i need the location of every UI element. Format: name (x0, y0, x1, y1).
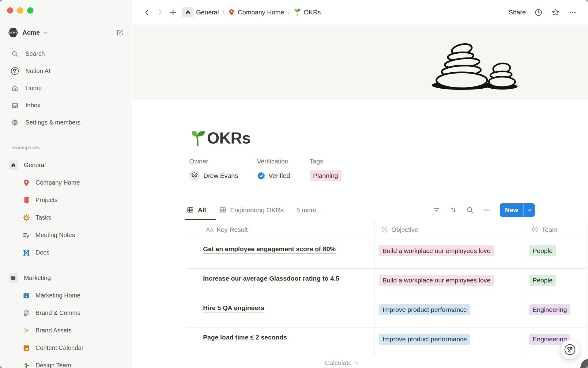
teamspaces-heading: Teamspaces (10, 145, 40, 151)
updates-clock-icon[interactable] (534, 8, 543, 17)
page-label: Content Calendar (36, 344, 84, 351)
sidebar-item-search[interactable]: Search (0, 45, 132, 62)
table-row: Page load time ≤ 2 seconds Improve produ… (187, 328, 586, 357)
breadcrumb-company-home[interactable]: Company Home (228, 9, 284, 16)
pin-icon (22, 179, 31, 187)
objective-cell[interactable]: Build a workplace our employees love (375, 269, 525, 298)
herb-icon (22, 362, 31, 368)
sidebar-item-marketing-home[interactable]: Marketing Home (0, 287, 132, 304)
breadcrumb-separator: / (288, 9, 290, 16)
verification-value[interactable]: Verified (257, 170, 290, 182)
sidebar-item-label: Inbox (25, 102, 40, 109)
property-label: Tags (310, 158, 341, 165)
filter-icon[interactable] (432, 206, 440, 214)
sidebar-item-label: Notion AI (25, 67, 50, 75)
clapperboard-blue-icon (22, 292, 31, 300)
new-button[interactable]: New (500, 203, 535, 217)
new-page-icon[interactable] (116, 29, 124, 36)
workspace-switcher[interactable]: ACME Acme (8, 27, 124, 38)
property-tags: Tags Planning (310, 158, 341, 182)
team-cell[interactable]: Engineering (525, 298, 586, 327)
share-button[interactable]: Share (509, 9, 526, 16)
search-icon (10, 50, 19, 58)
sidebar-item-content-calendar[interactable]: Content Calendar (0, 339, 132, 357)
objective-cell[interactable]: Improve product performance (375, 298, 525, 327)
team-tag: People (529, 245, 556, 256)
tag-planning: Planning (310, 170, 341, 181)
sidebar-item-home[interactable]: Home (0, 79, 132, 97)
page-label: Meeting Notes (36, 232, 75, 239)
calculate-button[interactable]: Calculate (325, 359, 359, 366)
sidebar-item-projects[interactable]: Projects (0, 191, 132, 209)
table-icon (187, 206, 194, 214)
favorite-star-icon[interactable] (551, 8, 560, 17)
column-header-team[interactable]: Team (525, 220, 586, 239)
team-cell[interactable]: People (525, 239, 586, 268)
sidebar-item-company-home[interactable]: Company Home (0, 174, 132, 191)
sidebar-item-meeting-notes[interactable]: Meeting Notes (0, 226, 132, 244)
view-tab-label: Engineering OKRs (230, 206, 284, 214)
add-page-icon[interactable] (169, 8, 177, 17)
sidebar-item-tasks[interactable]: Tasks (0, 209, 132, 226)
sidebar-menu: Search Notion AI Home Inbox Settings & m… (0, 45, 132, 131)
objective-tag: Improve product performance (379, 334, 470, 345)
pin-icon (228, 9, 235, 16)
sidebar-item-settings[interactable]: Settings & members (0, 114, 132, 131)
back-button[interactable] (143, 9, 151, 16)
key-result-cell[interactable]: Get an employee engagement score of 80% (187, 239, 375, 268)
view-tab-label: All (198, 206, 206, 214)
teamspace-label: Marketing (24, 274, 51, 282)
column-header-key-result[interactable]: Aa Key Result (187, 220, 375, 239)
notion-ai-fab[interactable] (560, 340, 580, 359)
workspace-logo: ACME (8, 28, 18, 37)
column-header-objective[interactable]: Objective (375, 220, 525, 239)
close-window-button[interactable] (7, 7, 13, 13)
forward-button[interactable] (156, 9, 164, 16)
key-result-link: Increase our average Glassdoor rating to… (203, 275, 339, 283)
page-label: Projects (36, 197, 58, 204)
team-cell[interactable]: People (525, 269, 586, 298)
objective-cell[interactable]: Build a workplace our employees love (375, 239, 525, 268)
sidebar-item-marketing[interactable]: Marketing (0, 269, 132, 287)
minimize-window-button[interactable] (17, 7, 23, 13)
sparkles-icon (22, 327, 31, 335)
more-options-icon[interactable] (568, 8, 577, 17)
sidebar-item-design-team[interactable]: Design Team (0, 357, 132, 368)
team-tag: Engineering (529, 304, 570, 315)
key-result-cell[interactable]: Increase our average Glassdoor rating to… (187, 269, 375, 298)
sort-icon[interactable] (449, 206, 457, 214)
more-options-icon[interactable] (483, 206, 491, 214)
page-label: Tasks (36, 214, 51, 221)
page-cover (133, 25, 588, 100)
sidebar-item-notion-ai[interactable]: Notion AI (0, 62, 132, 79)
owner-value[interactable]: Drew Evans (189, 170, 238, 182)
key-result-cell[interactable]: Hire 5 QA engineers (187, 298, 375, 327)
view-tab-all[interactable]: All (187, 206, 206, 214)
objective-cell[interactable]: Improve product performance (375, 328, 525, 357)
view-controls: New (432, 203, 535, 217)
view-tab-engineering-okrs[interactable]: Engineering OKRs (219, 206, 284, 214)
page-title-row: OKRs (189, 129, 251, 147)
more-views-button[interactable]: 5 more... (296, 206, 322, 214)
chevron-down-icon[interactable] (524, 203, 535, 217)
search-icon[interactable] (466, 206, 474, 214)
sidebar-item-brand-assets[interactable]: Brand Assets (0, 322, 132, 339)
page-label: Marketing Home (36, 292, 81, 299)
sidebar-item-docs[interactable]: Docs (0, 244, 132, 261)
breadcrumb-okrs[interactable]: OKRs (293, 8, 321, 16)
zoom-window-button[interactable] (27, 7, 33, 13)
verification-text: Verified (269, 172, 290, 179)
seashell-icon (22, 309, 31, 317)
breadcrumb-general[interactable]: General (182, 7, 219, 17)
key-result-cell[interactable]: Page load time ≤ 2 seconds (187, 328, 375, 357)
breadcrumb-separator: / (223, 9, 224, 16)
page-label: Docs (36, 249, 50, 256)
sidebar: ACME Acme Search Notion AI Home Inbox (0, 0, 132, 368)
select-icon (381, 226, 388, 233)
table-icon (219, 206, 227, 214)
sidebar-item-inbox[interactable]: Inbox (0, 97, 132, 114)
sidebar-item-brand-comms[interactable]: Brand & Comms (0, 304, 132, 322)
chevron-down-icon (354, 361, 359, 365)
sidebar-item-general[interactable]: General (0, 156, 132, 174)
tags-value[interactable]: Planning (310, 170, 341, 182)
